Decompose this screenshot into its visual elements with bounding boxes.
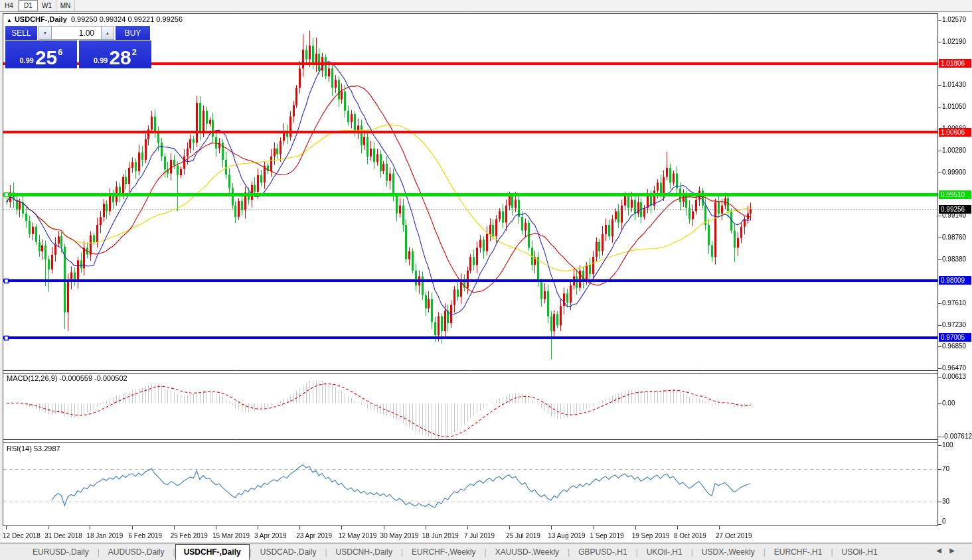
date-axis-label: 27 Oct 2019 xyxy=(716,532,752,539)
macd-indicator-label: MACD(12,26,9) -0.000559 -0.000502 xyxy=(7,374,127,382)
rsi-axis-label: 100 xyxy=(942,441,953,449)
buy-price-base: 0.99 xyxy=(94,56,108,64)
date-axis-label: 12 Dec 2018 xyxy=(3,532,40,539)
date-axis-label: 7 Jul 2019 xyxy=(464,532,495,539)
buy-price-point: 2 xyxy=(132,47,137,57)
buy-button[interactable]: BUY xyxy=(116,26,150,40)
chart-tab-bar: EURUSD-,Daily|AUDUSD-,Daily|USDCHF-,Dail… xyxy=(0,543,972,560)
rsi-axis-label: 0 xyxy=(942,518,946,525)
rsi-indicator-label: RSI(14) 53.2987 xyxy=(7,445,60,453)
date-axis-label: 6 Feb 2019 xyxy=(129,532,163,539)
price-axis-label: 0.98760 xyxy=(942,234,966,241)
date-axis-label: 13 Aug 2019 xyxy=(548,532,585,539)
collapse-panel-icon[interactable]: ▲ xyxy=(7,17,12,23)
volume-increase-button[interactable]: ▲ xyxy=(101,26,114,40)
tab-usdcad-daily[interactable]: USDCAD-,Daily xyxy=(252,545,325,559)
price-axis-label: 1.01050 xyxy=(942,103,966,110)
date-axis-label: 31 Dec 2018 xyxy=(44,532,82,539)
sell-price-point: 6 xyxy=(58,47,62,57)
sell-button[interactable]: SELL xyxy=(5,26,37,40)
timeframe-button-mn[interactable]: MN xyxy=(56,0,75,11)
date-axis-label: 12 May 2019 xyxy=(338,532,376,539)
chart-symbol-label: USDCHF-,Daily xyxy=(15,15,67,23)
current-price-tag: 0.99256 xyxy=(939,205,971,214)
volume-input[interactable]: 1.00 xyxy=(52,26,101,40)
tab-usdx-weekly[interactable]: USDX-,Weekly xyxy=(693,545,764,559)
hline-price-tag: 1.01806 xyxy=(939,59,971,68)
rsi-axis-label: 30 xyxy=(942,498,949,505)
timeframe-button-w1[interactable]: W1 xyxy=(38,0,56,11)
date-axis-label: 18 Jun 2019 xyxy=(422,532,459,539)
tab-eurusd-daily[interactable]: EURUSD-,Daily xyxy=(24,545,98,559)
chart-title: ▲USDCHF-,Daily 0.99250 0.99324 0.99221 0… xyxy=(7,15,183,23)
price-axis-label: 0.99900 xyxy=(942,169,966,176)
tab-scroll-left-icon[interactable]: ◀ xyxy=(936,547,941,554)
macd-axis-label: 0.00 xyxy=(942,399,955,407)
date-axis-label: 15 Mar 2019 xyxy=(212,532,250,539)
chart-ohlc-values: 0.99250 0.99324 0.99221 0.99256 xyxy=(71,15,183,23)
sell-price-pips: 25 xyxy=(35,49,57,66)
hline-price-tag: 0.99510 xyxy=(939,190,971,199)
timeframe-button-h4[interactable]: H4 xyxy=(0,0,19,11)
date-axis-label: 30 May 2019 xyxy=(380,532,419,539)
price-axis-label: 0.98380 xyxy=(942,255,966,263)
sell-price-base: 0.99 xyxy=(19,56,33,64)
date-axis-label: 25 Jul 2019 xyxy=(506,532,540,539)
hline-price-tag: 0.98009 xyxy=(939,276,971,285)
price-axis-label: 0.96470 xyxy=(942,364,966,372)
date-axis-label: 18 Jan 2019 xyxy=(86,532,123,539)
price-axis-label: 1.02570 xyxy=(942,16,966,23)
macd-axis-label: 0.00613 xyxy=(942,373,966,380)
price-axis-label: 0.97230 xyxy=(942,321,966,328)
timeframe-toolbar: H4D1W1MN xyxy=(0,0,972,12)
tab-usdchf-daily[interactable]: USDCHF-,Daily xyxy=(175,544,250,560)
tab-scroll-right-icon[interactable]: ▶ xyxy=(949,547,955,554)
tab-eurchf-h1[interactable]: EURCHF-,H1 xyxy=(766,545,831,559)
rsi-axis-label: 70 xyxy=(942,465,949,472)
date-axis-label: 25 Feb 2019 xyxy=(171,532,208,539)
sell-price-display[interactable]: 0.99 25 6 xyxy=(5,40,77,68)
tab-ukoil-h1[interactable]: UKOil-,H1 xyxy=(638,545,691,559)
tab-usoil-h1[interactable]: USOil-,H1 xyxy=(833,545,886,559)
date-axis-label: 1 Sep 2019 xyxy=(590,532,624,539)
tab-xauusd-weekly[interactable]: XAUUSD-,Weekly xyxy=(487,545,568,559)
date-axis-label: 3 Apr 2019 xyxy=(254,532,286,539)
price-axis-label: 1.00280 xyxy=(942,147,966,154)
chevron-down-icon: ▼ xyxy=(43,31,47,35)
tab-audusd-daily[interactable]: AUDUSD-,Daily xyxy=(100,545,173,559)
price-axis-label: 0.97610 xyxy=(942,299,966,307)
macd-axis-label: -0.007612 xyxy=(942,433,972,440)
price-axis-label: 1.01430 xyxy=(942,81,966,88)
price-chart-canvas[interactable] xyxy=(0,0,972,560)
one-click-trade-panel: SELL ▼ 1.00 ▲ BUY 0.99 25 6 0.99 28 2 xyxy=(5,26,151,68)
hline-price-tag: 0.97005 xyxy=(939,333,971,342)
price-axis-label: 1.02190 xyxy=(942,38,966,45)
date-axis-label: 23 Apr 2019 xyxy=(296,532,332,539)
chevron-up-icon: ▲ xyxy=(106,31,110,35)
tab-usdcnh-daily[interactable]: USDCNH-,Daily xyxy=(327,545,401,559)
tab-gbpusd-h1[interactable]: GBPUSD-,H1 xyxy=(570,545,635,559)
date-axis-label: 8 Oct 2019 xyxy=(674,532,706,539)
timeframe-button-d1[interactable]: D1 xyxy=(19,0,38,11)
price-axis-label: 0.96850 xyxy=(942,342,966,350)
volume-decrease-button[interactable]: ▼ xyxy=(39,26,52,40)
date-axis-label: 19 Sep 2019 xyxy=(632,532,670,539)
buy-price-pips: 28 xyxy=(109,49,131,66)
buy-price-display[interactable]: 0.99 28 2 xyxy=(79,40,151,68)
hline-price-tag: 1.00606 xyxy=(939,128,971,137)
tab-eurchf-weekly[interactable]: EURCHF-,Weekly xyxy=(403,545,484,559)
